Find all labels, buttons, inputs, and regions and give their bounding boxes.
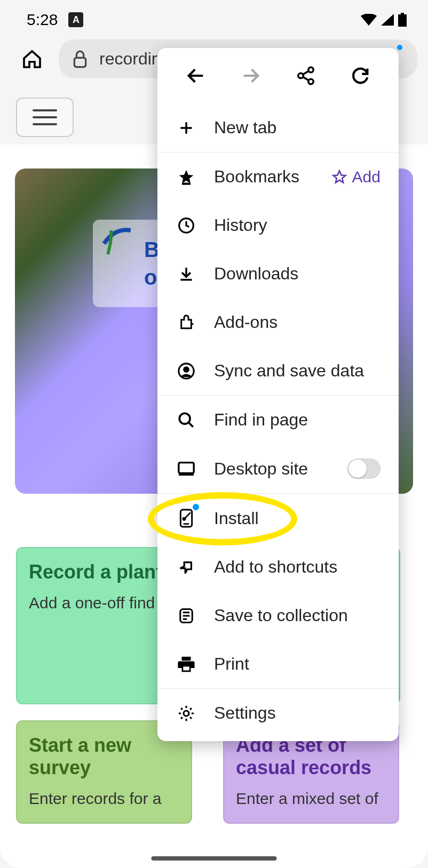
leaf-swoosh-icon (101, 225, 133, 257)
menu-downloads[interactable]: Downloads (157, 250, 399, 298)
lock-icon (72, 50, 89, 69)
star-outline-icon (332, 170, 347, 184)
keyboard-indicator-icon: A (68, 12, 83, 27)
install-app-icon (176, 508, 197, 528)
pin-icon (176, 559, 197, 576)
menu-desktop-site[interactable]: Desktop site (157, 444, 399, 493)
menu-notification-dot-icon (397, 45, 402, 50)
install-badge-dot-icon (193, 504, 199, 510)
menu-bookmarks[interactable]: Bookmarks Add (157, 152, 399, 201)
menu-settings[interactable]: Settings (157, 689, 399, 741)
svg-rect-15 (183, 666, 189, 670)
svg-point-3 (308, 67, 314, 73)
svg-rect-0 (398, 14, 407, 27)
menu-install[interactable]: Install (157, 494, 399, 543)
svg-rect-6 (182, 182, 191, 184)
svg-rect-11 (179, 463, 194, 473)
home-button[interactable] (16, 43, 48, 75)
battery-icon (398, 13, 407, 27)
site-menu-button[interactable] (16, 98, 74, 137)
search-icon (176, 411, 197, 429)
menu-save-to-collection[interactable]: Save to collection (157, 591, 399, 640)
toggle-knob (348, 460, 367, 478)
wifi-icon (361, 14, 377, 26)
menu-sync[interactable]: Sync and save data (157, 347, 399, 395)
svg-point-10 (179, 413, 190, 424)
svg-point-13 (183, 518, 185, 520)
bookmarks-add-button[interactable]: Add (332, 168, 381, 186)
desktop-site-toggle[interactable] (347, 459, 381, 479)
svg-point-9 (184, 367, 189, 372)
collection-icon (176, 607, 197, 625)
account-circle-icon (176, 362, 197, 380)
svg-point-5 (308, 79, 314, 84)
svg-rect-2 (74, 58, 85, 67)
gear-icon (176, 704, 197, 722)
plus-icon (176, 119, 197, 136)
cell-signal-icon (381, 14, 394, 26)
forward-button (240, 65, 261, 86)
browser-menu: New tab Bookmarks Add History Downloads … (157, 48, 399, 741)
print-icon (176, 655, 197, 673)
bookmark-star-icon (176, 168, 197, 186)
menu-print[interactable]: Print (157, 640, 399, 688)
svg-rect-1 (401, 13, 404, 14)
menu-add-to-shortcuts[interactable]: Add to shortcuts (157, 543, 399, 591)
menu-find-in-page[interactable]: Find in page (157, 396, 399, 444)
status-bar: 5:28 A (0, 0, 428, 34)
reload-button[interactable] (350, 65, 371, 86)
menu-addons[interactable]: Add-ons (157, 298, 399, 347)
status-time: 5:28 (27, 11, 58, 29)
menu-new-tab[interactable]: New tab (157, 103, 399, 152)
menu-history[interactable]: History (157, 201, 399, 250)
svg-point-4 (298, 73, 304, 78)
back-button[interactable] (185, 65, 207, 86)
home-indicator[interactable] (152, 856, 277, 861)
svg-point-16 (184, 711, 189, 716)
puzzle-icon (176, 314, 197, 331)
desktop-icon (176, 461, 197, 477)
share-button[interactable] (296, 66, 316, 86)
download-icon (176, 266, 197, 283)
clock-icon (176, 217, 197, 234)
